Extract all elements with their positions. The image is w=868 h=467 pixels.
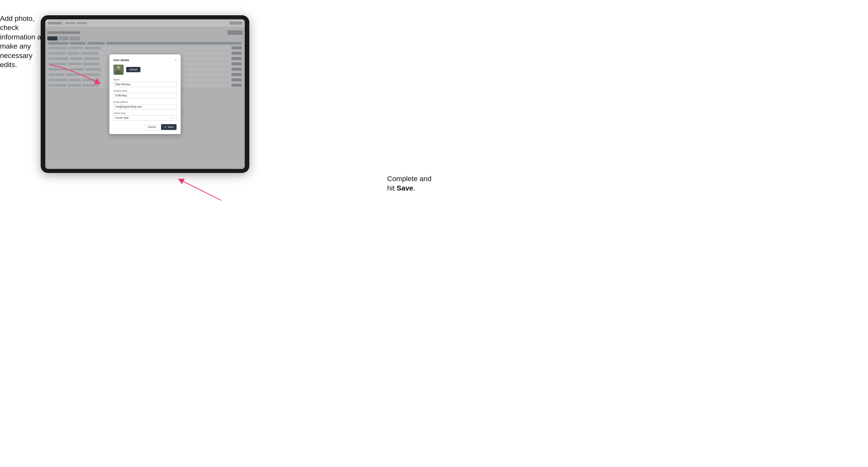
modal-header: User details × (114, 59, 177, 62)
annotation-right-line2: hit (387, 184, 397, 192)
annotation-left-line3: make any (0, 42, 31, 50)
upload-button[interactable]: Upload (126, 67, 141, 72)
cancel-button[interactable]: Cancel (145, 124, 159, 130)
annotation-arrow-right (173, 173, 224, 203)
user-details-modal: User details × Upload Name Display name (110, 55, 181, 134)
name-label: Name (114, 79, 177, 81)
school-year-input[interactable] (114, 115, 177, 121)
annotation-left-line1: Add photo, check (0, 14, 34, 32)
annotation-right-bold: Save (397, 184, 413, 192)
user-photo-thumbnail (114, 65, 124, 75)
save-button-label: Save (168, 126, 174, 128)
modal-footer: Cancel Save (114, 124, 177, 130)
modal-overlay: User details × Upload Name Display name (45, 19, 245, 169)
display-name-field-group: Display name (114, 90, 177, 98)
school-year-arrow-icon[interactable]: ⌄ (173, 117, 175, 119)
modal-title: User details (114, 59, 129, 62)
annotation-right: Complete and hit Save. (387, 174, 431, 193)
email-field-group: Email address (114, 101, 177, 110)
tablet-screen: User details × Upload Name Display name (45, 19, 245, 169)
school-year-field-group: School Year × ⌄ (114, 112, 177, 121)
photo-section: Upload (114, 65, 177, 75)
save-button[interactable]: Save (161, 124, 177, 130)
tablet-device: User details × Upload Name Display name (41, 15, 249, 173)
email-label: Email address (114, 101, 177, 103)
save-icon (164, 126, 167, 128)
name-input[interactable] (114, 82, 177, 87)
annotation-right-line1: Complete and (387, 175, 431, 183)
school-year-clear-icon[interactable]: × (171, 117, 173, 119)
email-input[interactable] (114, 104, 177, 110)
display-name-input[interactable] (114, 93, 177, 98)
annotation-right-end: . (413, 184, 415, 192)
annotation-left-line4: necessary edits. (0, 52, 33, 69)
school-year-wrapper: × ⌄ (114, 115, 177, 121)
display-name-label: Display name (114, 90, 177, 92)
name-field-group: Name (114, 79, 177, 87)
close-icon[interactable]: × (175, 59, 177, 62)
school-year-label: School Year (114, 112, 177, 115)
